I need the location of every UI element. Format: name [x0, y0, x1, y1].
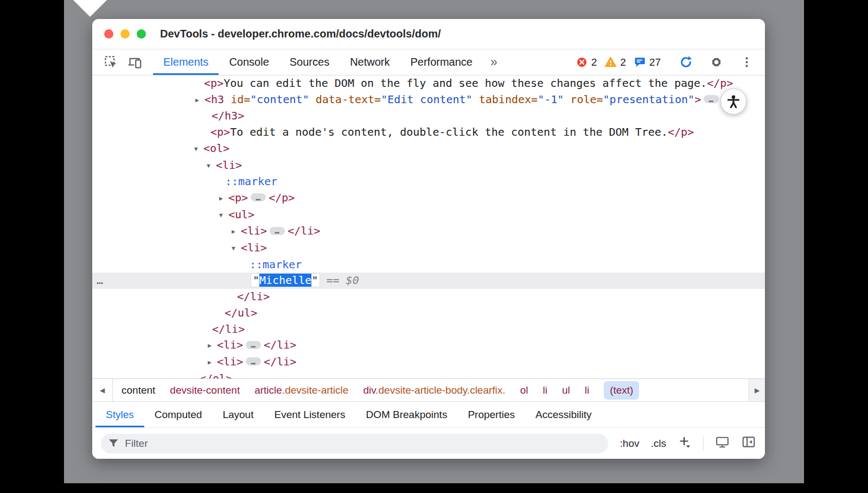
tree-line-14[interactable]: </ul> [92, 305, 765, 321]
more-tabs-button[interactable]: » [483, 49, 505, 75]
breadcrumb-li[interactable]: li [585, 384, 589, 396]
minimize-button[interactable] [120, 29, 130, 39]
tree-line-17[interactable]: ▶<li>…</li> [92, 354, 765, 371]
breadcrumb-content[interactable]: content [122, 384, 155, 396]
tree-line-18[interactable]: </ol> [92, 371, 765, 378]
sidebar-tab-layout[interactable]: Layout [212, 402, 264, 427]
toolbar-right-icons [674, 49, 765, 75]
toggle-sidebar-button[interactable] [741, 434, 756, 452]
tag-token: <h3 [205, 93, 224, 106]
inline-text-editor[interactable]: "Michelle" [251, 274, 320, 287]
tree-line-0[interactable]: <p>You can edit the DOM on the fly and s… [92, 75, 765, 92]
disclosure-arrow[interactable]: ▼ [194, 141, 203, 157]
panel-toggle-icon [741, 434, 756, 450]
tag-token: </p> [707, 77, 733, 90]
tree-line-5[interactable]: ▼<li> [92, 157, 765, 174]
element-classes-button[interactable]: .cls [651, 438, 667, 450]
divider [703, 437, 704, 451]
expand-ellipsis-button[interactable]: … [251, 193, 266, 201]
sync-arrow-icon [679, 55, 693, 69]
tag-token: </p> [668, 125, 694, 138]
disclosure-arrow[interactable]: ▼ [207, 158, 216, 174]
main-menu-button[interactable] [737, 53, 756, 72]
tree-line-1[interactable]: ▶<h3 id="content" data-text="Edit conten… [92, 92, 765, 109]
filter-field[interactable] [101, 434, 608, 453]
equals-token: == [320, 274, 346, 287]
sidebar-tab-styles[interactable]: Styles [95, 402, 144, 427]
text-token: You can edit the DOM on the fly and see … [224, 77, 707, 90]
disclosure-arrow[interactable]: ▶ [195, 92, 205, 109]
accessibility-overlay-button[interactable] [720, 89, 746, 115]
crumb-tag: div [363, 384, 375, 396]
breadcrumb-bar: ◀ contentdevsite-contentarticle.devsite-… [92, 378, 765, 401]
error-badge[interactable]: 2 [576, 56, 597, 68]
tree-line-4[interactable]: ▼<ol> [92, 141, 765, 157]
tree-line-16[interactable]: ▶<li>…</li> [92, 337, 765, 354]
breadcrumb-li[interactable]: li [542, 384, 547, 396]
tag-token: </li> [212, 323, 245, 336]
disclosure-arrow[interactable]: ▶ [219, 191, 228, 207]
tree-line-6[interactable]: ::marker [92, 174, 765, 190]
tab-console[interactable]: Console [219, 49, 279, 75]
expand-ellipsis-button[interactable]: … [246, 341, 261, 349]
new-style-rule-button[interactable] [678, 435, 692, 452]
tree-line-10[interactable]: ▼<li> [92, 240, 765, 257]
tree-line-7[interactable]: ▶<p>…</p> [92, 190, 765, 207]
expand-ellipsis-button[interactable]: … [246, 357, 261, 365]
funnel-icon [108, 438, 119, 449]
sidebar-tab-properties[interactable]: Properties [457, 402, 525, 427]
tag-token: <li> [241, 241, 267, 254]
settings-button[interactable] [706, 53, 726, 72]
tree-line-13[interactable]: </li> [92, 289, 765, 305]
breadcrumb-forward-button[interactable]: ▶ [749, 379, 765, 401]
tree-line-8[interactable]: ▼<ul> [92, 207, 765, 224]
disclosure-arrow[interactable]: ▶ [208, 355, 217, 371]
page-corner-artifact [73, 0, 107, 17]
tree-line-11[interactable]: ::marker [92, 257, 765, 273]
disclosure-arrow[interactable]: ▶ [208, 338, 217, 354]
attr-value-token: "content" [250, 93, 309, 106]
sidebar-tab-computed[interactable]: Computed [144, 402, 213, 427]
rendering-emulation-button[interactable] [715, 435, 730, 452]
disclosure-arrow[interactable]: ▼ [232, 241, 241, 257]
breadcrumb-devsite-content[interactable]: devsite-content [170, 384, 240, 396]
tree-line-9[interactable]: ▶<li>…</li> [92, 223, 765, 240]
sync-button[interactable] [676, 53, 695, 72]
sidebar-tab-accessibility[interactable]: Accessibility [525, 402, 602, 427]
breadcrumb-ol[interactable]: ol [520, 384, 528, 396]
disclosure-arrow[interactable]: ▼ [219, 207, 228, 224]
gear-icon [709, 55, 724, 69]
tree-line-15[interactable]: </li> [92, 321, 765, 338]
inspect-element-button[interactable] [101, 53, 120, 72]
close-button[interactable] [104, 29, 113, 39]
tab-sources[interactable]: Sources [279, 49, 340, 75]
breadcrumb-back-button[interactable]: ◀ [92, 379, 113, 401]
breadcrumb--text-[interactable]: (text) [604, 381, 639, 400]
breadcrumb-div[interactable]: div.devsite-article-body.clearfix. [363, 384, 505, 396]
tab-network[interactable]: Network [340, 49, 400, 75]
tree-line-12[interactable]: …"Michelle" == $0 [92, 273, 765, 289]
crumb-classes: .devsite-article [282, 384, 349, 396]
traffic-lights [104, 19, 146, 49]
zoom-button[interactable] [137, 29, 146, 39]
tag-token: <li> [241, 224, 267, 237]
disclosure-arrow[interactable]: ▶ [232, 224, 241, 240]
device-toolbar-button[interactable] [125, 53, 144, 72]
tree-line-2[interactable]: </h3> [92, 108, 765, 124]
expand-ellipsis-button[interactable]: … [270, 227, 285, 235]
toggle-element-state-button[interactable]: :hov [620, 438, 640, 450]
window-title: DevTools - developer.chrome.com/docs/dev… [160, 28, 441, 40]
warning-badge[interactable]: 2 [604, 56, 626, 68]
breadcrumb-article[interactable]: article.devsite-article [254, 384, 348, 396]
row-overflow-ellipsis[interactable]: … [97, 273, 103, 289]
issues-badge[interactable]: 27 [634, 56, 661, 68]
sidebar-tab-dom-breakpoints[interactable]: DOM Breakpoints [355, 402, 457, 427]
tree-line-3[interactable]: <p>To edit a node's content, double-clic… [92, 124, 765, 141]
tab-performance[interactable]: Performance [400, 49, 483, 75]
sidebar-tab-event-listeners[interactable]: Event Listeners [264, 402, 355, 427]
expand-ellipsis-button[interactable]: … [704, 95, 719, 103]
tab-elements[interactable]: Elements [153, 49, 219, 75]
attr-value-token: "Edit content" [381, 93, 473, 106]
breadcrumb-ul[interactable]: ul [562, 384, 570, 396]
filter-input[interactable] [125, 438, 601, 450]
